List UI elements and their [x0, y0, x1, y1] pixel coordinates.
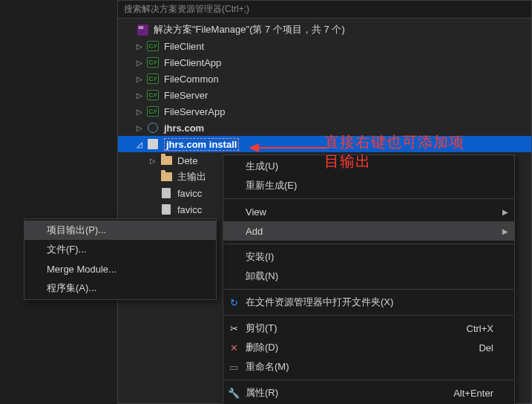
menu-label: 在文件资源管理器中打开文件夹(X) — [246, 296, 393, 309]
project-fileclientapp[interactable]: ▷ C# FileClientApp — [118, 54, 531, 71]
menu-label: 重命名(M) — [246, 360, 289, 374]
project-label: FileServerApp — [164, 106, 225, 117]
solution-icon — [137, 24, 148, 36]
globe-icon — [147, 122, 159, 134]
csharp-icon: C# — [147, 56, 159, 68]
menu-label: 删除(D) — [246, 341, 278, 354]
file-icon — [160, 187, 172, 199]
tree-item-label: Dete — [177, 155, 197, 166]
expander-icon[interactable]: ▷ — [134, 57, 145, 68]
menu-label: Merge Module... — [47, 264, 116, 275]
solution-node[interactable]: 解决方案"FileManage"(第 7 个项目，共 7 个) — [118, 22, 531, 38]
project-label: FileClient — [164, 41, 204, 52]
menu-shortcut: Del — [449, 342, 493, 354]
expander-icon[interactable]: ◿ — [134, 139, 145, 149]
menu-label: 安装(I) — [246, 250, 274, 264]
project-label: FileCommon — [164, 74, 219, 85]
menu-view[interactable]: View ▶ — [223, 202, 514, 221]
submenu-arrow-icon: ▶ — [502, 227, 508, 235]
menu-separator — [224, 244, 513, 244]
menu-label: 文件(F)... — [47, 243, 86, 256]
menu-rename[interactable]: ▭ 重命名(M) — [223, 357, 514, 377]
search-input[interactable]: 搜索解决方案资源管理器(Ctrl+;) — [118, 1, 531, 19]
submenu-arrow-icon: ▶ — [502, 208, 508, 216]
menu-label: 剪切(T) — [246, 322, 278, 335]
tree-item-label: 主输出 — [177, 170, 206, 183]
expander-icon[interactable]: ▷ — [134, 123, 145, 133]
csharp-icon: C# — [147, 105, 159, 117]
project-label: FileClientApp — [164, 57, 221, 68]
expander-icon[interactable]: ▷ — [134, 74, 145, 84]
menu-label: 重新生成(E) — [246, 179, 297, 192]
expander-icon[interactable]: ▷ — [134, 90, 145, 100]
menu-properties[interactable]: 🔧 属性(R) Alt+Enter — [223, 383, 514, 403]
menu-rebuild[interactable]: 重新生成(E) — [223, 176, 514, 195]
menu-shortcut: Alt+Enter — [424, 388, 493, 399]
menu-label: 程序集(A)... — [47, 281, 96, 295]
project-fileserver[interactable]: ▷ C# FileServer — [118, 87, 531, 103]
menu-shortcut: Ctrl+X — [437, 323, 493, 334]
context-menu: 生成(U) 重新生成(E) View ▶ Add ▶ 安装(I) 卸载(N) ↻… — [223, 154, 515, 404]
expander-icon[interactable]: ▷ — [134, 41, 145, 51]
menu-install[interactable]: 安装(I) — [223, 247, 514, 267]
project-label: FileServer — [164, 90, 208, 101]
tree-item-label: favicc — [177, 188, 202, 199]
csharp-icon: C# — [147, 73, 159, 85]
add-submenu: 项目输出(P)... 文件(F)... Merge Module... 程序集(… — [24, 218, 217, 300]
installer-icon — [147, 138, 159, 150]
expander-icon[interactable]: ▷ — [148, 155, 158, 166]
csharp-icon: C# — [147, 89, 159, 101]
menu-separator — [224, 315, 513, 316]
menu-open-folder[interactable]: ↻ 在文件资源管理器中打开文件夹(X) — [223, 293, 514, 312]
folder-icon — [160, 154, 172, 166]
submenu-merge-module[interactable]: Merge Module... — [24, 259, 216, 278]
cut-icon: ✂ — [228, 322, 240, 334]
menu-label: 生成(U) — [246, 160, 278, 173]
menu-add[interactable]: Add ▶ — [223, 221, 514, 241]
folder-icon — [160, 171, 172, 183]
menu-unload[interactable]: 卸载(N) — [223, 267, 514, 286]
project-filecommon[interactable]: ▷ C# FileCommon — [118, 71, 531, 87]
menu-label: 卸载(N) — [246, 270, 278, 283]
menu-label: Add — [246, 226, 263, 237]
file-icon — [160, 203, 172, 215]
wrench-icon: 🔧 — [228, 387, 240, 399]
tree-item-label: favicc — [177, 204, 202, 215]
refresh-icon: ↻ — [228, 296, 240, 308]
project-label: jhrs.com install — [164, 138, 239, 151]
delete-icon: ✕ — [228, 342, 240, 354]
submenu-project-output[interactable]: 项目输出(P)... — [24, 221, 216, 240]
csharp-icon: C# — [147, 40, 159, 52]
solution-label: 解决方案"FileManage"(第 7 个项目，共 7 个) — [154, 23, 345, 36]
rename-icon: ▭ — [228, 361, 240, 373]
expander-icon[interactable]: ▷ — [134, 106, 145, 117]
project-label: jhrs.com — [164, 123, 204, 134]
annotation-line1: 直接右键也可添加项 — [324, 132, 464, 152]
menu-cut[interactable]: ✂ 剪切(T) Ctrl+X — [223, 319, 514, 338]
project-fileclient[interactable]: ▷ C# FileClient — [118, 38, 531, 54]
menu-separator — [224, 289, 513, 290]
annotation-line2: 目输出 — [324, 152, 464, 171]
submenu-file[interactable]: 文件(F)... — [24, 240, 216, 259]
menu-separator — [224, 379, 513, 380]
project-fileserverapp[interactable]: ▷ C# FileServerApp — [118, 103, 531, 120]
submenu-assembly[interactable]: 程序集(A)... — [24, 278, 216, 298]
menu-delete[interactable]: ✕ 删除(D) Del — [223, 338, 514, 357]
menu-separator — [224, 198, 513, 199]
menu-label: 项目输出(P)... — [47, 224, 106, 237]
annotation-text: 直接右键也可添加项 目输出 — [324, 132, 464, 171]
menu-label: View — [246, 206, 266, 218]
menu-label: 属性(R) — [246, 386, 278, 400]
